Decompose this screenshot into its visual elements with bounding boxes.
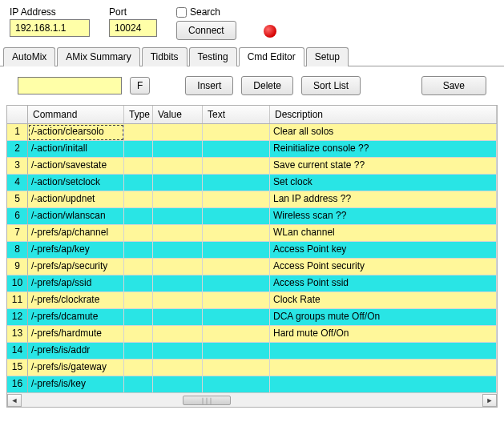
- table-row[interactable]: 7/-prefs/ap/channelWLan channel: [7, 225, 497, 242]
- table-row[interactable]: 4/-action/setclockSet clock: [7, 175, 497, 191]
- cell-value[interactable]: [153, 225, 203, 242]
- cell-text[interactable]: [203, 225, 270, 242]
- port-input[interactable]: [109, 19, 157, 37]
- cell-command[interactable]: /-action/wlanscan: [28, 208, 124, 225]
- scroll-thumb[interactable]: ∣∣∣: [183, 396, 231, 405]
- cell-command[interactable]: /-action/savestate: [28, 158, 124, 175]
- table-row[interactable]: 12/-prefs/dcamuteDCA groups mute Off/On: [7, 309, 497, 326]
- cell-description[interactable]: Set clock: [270, 175, 497, 191]
- cell-text[interactable]: [203, 175, 270, 191]
- cell-description[interactable]: Access Point security: [270, 259, 497, 275]
- row-number[interactable]: 7: [7, 225, 28, 242]
- cell-value[interactable]: [153, 309, 203, 326]
- cell-type[interactable]: [124, 208, 153, 225]
- horizontal-scrollbar[interactable]: ◄ ∣∣∣ ►: [7, 392, 497, 407]
- cell-description[interactable]: Lan IP address ??: [270, 191, 497, 208]
- row-number[interactable]: 8: [7, 242, 28, 259]
- cell-value[interactable]: [153, 275, 203, 292]
- cell-text[interactable]: [203, 259, 270, 275]
- cell-text[interactable]: [203, 275, 270, 292]
- cell-command[interactable]: /-action/clearsolo: [28, 124, 124, 141]
- save-button[interactable]: Save: [421, 76, 486, 95]
- cell-value[interactable]: [153, 175, 203, 191]
- cell-type[interactable]: [124, 326, 153, 343]
- cell-value[interactable]: [153, 259, 203, 275]
- cell-command[interactable]: /-prefs/ap/ssid: [28, 275, 124, 292]
- cell-command[interactable]: /-prefs/ap/key: [28, 242, 124, 259]
- table-row[interactable]: 13/-prefs/hardmuteHard mute Off/On: [7, 326, 497, 343]
- cell-description[interactable]: Wireless scan ??: [270, 208, 497, 225]
- cell-text[interactable]: [203, 343, 270, 360]
- cell-description[interactable]: Access Point key: [270, 242, 497, 259]
- row-number[interactable]: 6: [7, 208, 28, 225]
- row-number[interactable]: 16: [7, 376, 28, 393]
- scroll-left-icon[interactable]: ◄: [7, 394, 22, 407]
- cell-description[interactable]: Hard mute Off/On: [270, 326, 497, 343]
- tab-testing[interactable]: Testing: [189, 47, 237, 66]
- search-checkbox-row[interactable]: Search: [176, 6, 220, 18]
- cell-description[interactable]: Access Point ssid: [270, 275, 497, 292]
- tab-cmd-editor[interactable]: Cmd Editor: [239, 47, 304, 66]
- row-number[interactable]: 12: [7, 309, 28, 326]
- cell-command[interactable]: /-action/initall: [28, 141, 124, 158]
- cell-text[interactable]: [203, 242, 270, 259]
- delete-button[interactable]: Delete: [241, 76, 293, 95]
- cell-command[interactable]: /-prefs/ap/security: [28, 259, 124, 275]
- table-row[interactable]: 5/-action/updnetLan IP address ??: [7, 191, 497, 208]
- row-number[interactable]: 11: [7, 292, 28, 309]
- cell-type[interactable]: [124, 360, 153, 376]
- row-number[interactable]: 14: [7, 343, 28, 360]
- table-row[interactable]: 14/-prefs/is/addr: [7, 343, 497, 360]
- cell-description[interactable]: WLan channel: [270, 225, 497, 242]
- table-row[interactable]: 11/-prefs/clockrateClock Rate: [7, 292, 497, 309]
- scroll-right-icon[interactable]: ►: [482, 394, 497, 407]
- row-number[interactable]: 2: [7, 141, 28, 158]
- cell-type[interactable]: [124, 259, 153, 275]
- cell-type[interactable]: [124, 292, 153, 309]
- header-type[interactable]: Type: [124, 106, 153, 123]
- cell-command[interactable]: /-prefs/dcamute: [28, 309, 124, 326]
- cell-command[interactable]: /-prefs/clockrate: [28, 292, 124, 309]
- header-value[interactable]: Value: [153, 106, 203, 123]
- cell-command[interactable]: /-action/setclock: [28, 175, 124, 191]
- table-row[interactable]: 2/-action/initallReinitialize console ??: [7, 141, 497, 158]
- table-row[interactable]: 3/-action/savestateSave current state ??: [7, 158, 497, 175]
- cell-description[interactable]: DCA groups mute Off/On: [270, 309, 497, 326]
- filter-button[interactable]: F: [130, 77, 150, 94]
- cell-value[interactable]: [153, 124, 203, 141]
- table-row[interactable]: 8/-prefs/ap/keyAccess Point key: [7, 242, 497, 259]
- cell-command[interactable]: /-prefs/is/addr: [28, 343, 124, 360]
- connect-button[interactable]: Connect: [176, 21, 236, 40]
- cell-text[interactable]: [203, 141, 270, 158]
- cell-text[interactable]: [203, 124, 270, 141]
- cell-value[interactable]: [153, 376, 203, 393]
- row-number[interactable]: 9: [7, 259, 28, 275]
- row-number[interactable]: 10: [7, 275, 28, 292]
- cell-type[interactable]: [124, 376, 153, 393]
- cell-value[interactable]: [153, 292, 203, 309]
- cell-value[interactable]: [153, 208, 203, 225]
- cell-description[interactable]: Save current state ??: [270, 158, 497, 175]
- cell-type[interactable]: [124, 225, 153, 242]
- table-row[interactable]: 15/-prefs/is/gateway: [7, 360, 497, 376]
- cell-description[interactable]: Clock Rate: [270, 292, 497, 309]
- header-rownum[interactable]: [7, 106, 28, 123]
- cell-command[interactable]: /-action/updnet: [28, 191, 124, 208]
- search-checkbox[interactable]: [176, 7, 187, 18]
- cell-type[interactable]: [124, 309, 153, 326]
- cell-type[interactable]: [124, 242, 153, 259]
- cell-text[interactable]: [203, 191, 270, 208]
- table-row[interactable]: 16/-prefs/is/key: [7, 376, 497, 393]
- header-text[interactable]: Text: [203, 106, 270, 123]
- cell-value[interactable]: [153, 360, 203, 376]
- header-command[interactable]: Command: [28, 106, 124, 123]
- scroll-track[interactable]: ∣∣∣: [22, 394, 482, 407]
- cell-description[interactable]: [270, 376, 497, 393]
- cell-value[interactable]: [153, 158, 203, 175]
- grid-body[interactable]: 1/-action/clearsoloClear all solos2/-act…: [7, 124, 497, 393]
- cell-type[interactable]: [124, 343, 153, 360]
- cell-command[interactable]: /-prefs/is/key: [28, 376, 124, 393]
- cell-text[interactable]: [203, 292, 270, 309]
- tab-amix-summary[interactable]: AMix Summary: [57, 47, 139, 66]
- table-row[interactable]: 10/-prefs/ap/ssidAccess Point ssid: [7, 275, 497, 292]
